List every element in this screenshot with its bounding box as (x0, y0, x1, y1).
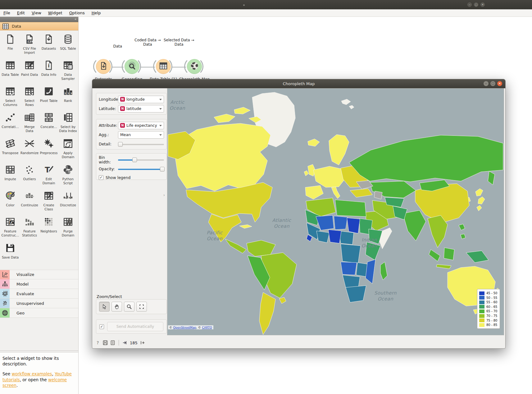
widget-select-rows[interactable]: Select Rows (20, 83, 39, 109)
opacity-label: Opacity: (99, 167, 118, 171)
widget-impute[interactable]: Impute (1, 162, 20, 188)
link-label: Selected Data →Data (163, 38, 195, 47)
menu-widget[interactable]: Widget (45, 9, 66, 17)
workflow-examples-link[interactable]: workflow examples (11, 371, 52, 376)
magnifier-tool-button[interactable] (124, 302, 134, 312)
widget-continuize[interactable]: Continuize (20, 188, 39, 214)
report-icon[interactable] (110, 340, 115, 345)
category-header-data[interactable]: Data (0, 22, 78, 30)
pan-hand-tool-button[interactable] (111, 302, 122, 312)
widget-purge-domain[interactable]: Purge Domain (58, 214, 78, 240)
widget-create-class[interactable]: Create Class (39, 188, 58, 214)
world-map[interactable] (167, 89, 504, 335)
maximize-icon[interactable]: ▢ (474, 2, 478, 7)
close-icon[interactable]: ✕ (480, 2, 485, 7)
legend-swatch (479, 309, 484, 313)
output-icon (140, 340, 145, 345)
agg-select[interactable]: Mean (118, 131, 164, 139)
category-unsupervised[interactable]: Unsupervised (0, 299, 78, 308)
widget-randomize[interactable]: Randomize (20, 135, 39, 162)
menu-edit[interactable]: Edit (14, 9, 28, 17)
widget-preprocess[interactable]: Preprocess (39, 135, 58, 162)
widget-select-by-data-index[interactable]: Select by Data Index (58, 109, 78, 135)
svg-text:fx: fx (9, 220, 15, 225)
category-evaluate[interactable]: ✓✗Evaluate (0, 289, 78, 299)
category-geo[interactable]: Geo (0, 308, 78, 318)
widget-feature-construc[interactable]: fxFeature Construc… (1, 214, 20, 240)
show-legend-checkbox[interactable]: ✓ (99, 175, 103, 180)
widget-data-info[interactable]: iData Info (39, 57, 58, 83)
numeric-variable-icon: N (120, 106, 125, 111)
widget-edit-domain[interactable]: TEdit Domain (39, 162, 58, 188)
help-icon[interactable]: ? (95, 340, 100, 345)
dialog-titlebar[interactable]: Choropleth Map ‒ ▢ ✕ (92, 79, 505, 88)
widget-data-sampler[interactable]: Data Sampler (58, 57, 78, 83)
widget-discretize[interactable]: Discretize (58, 188, 78, 214)
attribute-select[interactable]: N Life expectancy (118, 122, 164, 129)
detail-slider-handle[interactable] (118, 142, 123, 147)
bars-wave-icon (24, 190, 35, 201)
widget-description-pane: Select a widget to show its description.… (0, 352, 78, 394)
menu-help[interactable]: Help (88, 9, 104, 17)
widget-data-table[interactable]: Data Table (1, 57, 20, 83)
category-label: Evaluate (16, 291, 34, 296)
widget-label: Rank (64, 99, 72, 103)
menu-options[interactable]: Options (66, 9, 88, 17)
widget-label: Select Rows (20, 99, 39, 107)
widget-file[interactable]: File (1, 31, 20, 57)
widget-python-script[interactable]: Python Script (58, 162, 78, 188)
pointer-tool-button[interactable] (99, 302, 110, 312)
menu-view[interactable]: View (28, 9, 45, 17)
widget-outliers[interactable]: Outliers (20, 162, 39, 188)
widget-save-data[interactable]: Save Data (1, 240, 20, 266)
longitude-select[interactable]: N longitude (118, 96, 164, 103)
widget-pivot-table[interactable]: Pivot Table (39, 83, 58, 109)
latitude-select[interactable]: N latitude (118, 105, 164, 112)
node-data-table-1[interactable]: Data Table (1) (146, 52, 180, 81)
send-automatically-button[interactable]: Send Automatically (107, 322, 163, 331)
widget-paint-data[interactable]: Paint Data (20, 57, 39, 83)
opacity-slider[interactable] (118, 167, 164, 172)
menu-file[interactable]: File (0, 9, 14, 17)
minimize-icon[interactable]: ‒ (467, 2, 472, 7)
node-choropleth-map[interactable]: Choropleth Map (177, 52, 211, 81)
binwidth-slider[interactable] (118, 157, 164, 162)
widget-datasets[interactable]: Datasets (39, 31, 58, 57)
dialog-close-icon[interactable]: ✕ (497, 81, 502, 86)
widget-csv-file-import[interactable]: CSVCSV File Import (20, 31, 39, 57)
widget-merge-data[interactable]: Merge Data (20, 109, 39, 135)
widget-apply-domain[interactable]: Apply Domain (58, 135, 78, 162)
panel-splitter-handle[interactable]: › (163, 193, 165, 197)
legend-range-label: 50 - 55 (486, 296, 497, 300)
text-pencil-icon: T (43, 164, 54, 175)
sidebar-collapse-handle[interactable]: « (0, 17, 78, 22)
map-view[interactable]: Arctic OceanPacific OceanAtlantic OceanI… (167, 88, 504, 335)
dialog-maximize-icon[interactable]: ▢ (490, 81, 495, 86)
fit-extent-tool-button[interactable] (136, 302, 147, 312)
dialog-status-bar: ? 185 (95, 339, 170, 346)
node-geocoding[interactable]: Geocoding (115, 52, 149, 81)
widget-rank[interactable]: 213Rank (58, 83, 78, 109)
widget-transpose[interactable]: Transpose (1, 135, 20, 162)
table-dice-icon (62, 60, 74, 71)
carto-link[interactable]: CARTO (202, 326, 212, 329)
binwidth-slider-handle[interactable] (132, 158, 137, 162)
map-countries[interactable] (168, 92, 503, 335)
widget-neighbors[interactable]: Neighbors (39, 214, 58, 240)
openstreetmap-link[interactable]: OpenStreetMap (173, 326, 196, 329)
dialog-minimize-icon[interactable]: ‒ (484, 81, 489, 86)
widget-concate[interactable]: Concate… (39, 109, 58, 135)
refresh-square-icon (62, 138, 74, 149)
widget-correlati[interactable]: Correlati… (1, 109, 20, 135)
widget-color[interactable]: Color (1, 188, 20, 214)
widget-label: Python Script (59, 177, 77, 185)
widget-sql-table[interactable]: SQL Table (58, 31, 78, 57)
send-automatically-checkbox[interactable]: ✓ (99, 324, 104, 329)
category-model[interactable]: Model (0, 279, 78, 289)
detail-slider[interactable] (118, 142, 164, 147)
widget-feature-statistics[interactable]: Feature Statistics (20, 214, 39, 240)
category-visualize[interactable]: Visualize (0, 270, 78, 279)
opacity-slider-handle[interactable] (160, 167, 165, 172)
widget-select-columns[interactable]: Select Columns (1, 83, 20, 109)
save-report-icon[interactable] (103, 340, 108, 345)
